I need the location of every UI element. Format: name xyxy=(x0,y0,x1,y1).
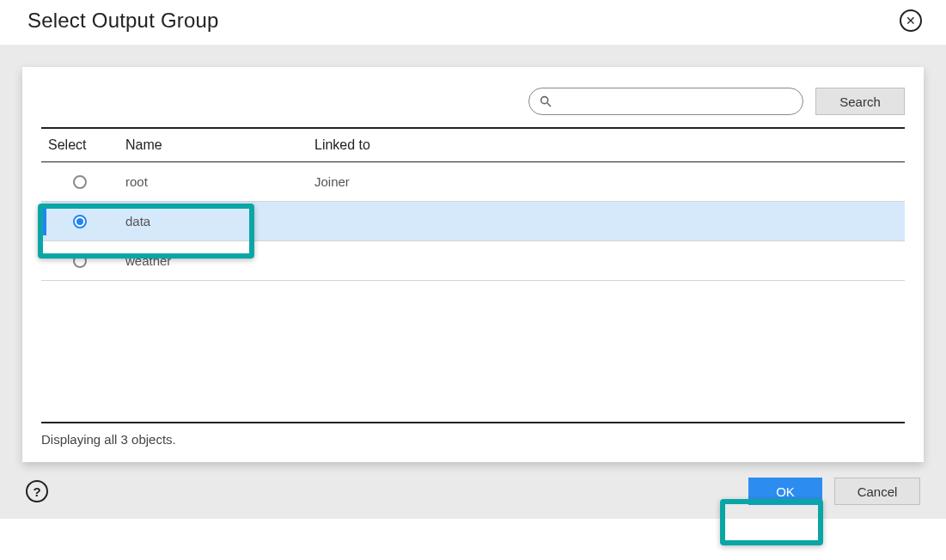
help-icon: ? xyxy=(33,484,40,499)
col-header-select: Select xyxy=(41,129,119,162)
cell-linked-to: Joiner xyxy=(308,162,905,202)
table-row[interactable]: data xyxy=(41,202,905,241)
select-radio[interactable] xyxy=(73,175,87,189)
cell-name: weather xyxy=(119,241,308,281)
search-input[interactable] xyxy=(528,88,803,115)
cell-linked-to xyxy=(308,241,905,281)
select-radio[interactable] xyxy=(73,254,87,268)
close-icon: ✕ xyxy=(906,15,916,27)
select-radio[interactable] xyxy=(73,215,87,228)
output-group-table: Select Name Linked to rootJoinerdataweat… xyxy=(41,129,905,281)
svg-line-1 xyxy=(547,103,551,107)
search-button[interactable]: Search xyxy=(815,88,905,115)
cell-name: root xyxy=(119,162,308,202)
dialog-title: Select Output Group xyxy=(27,9,219,33)
ok-button[interactable]: OK xyxy=(748,478,822,505)
cell-linked-to xyxy=(308,202,905,241)
cancel-button[interactable]: Cancel xyxy=(834,478,920,505)
help-button[interactable]: ? xyxy=(26,480,48,502)
table-row[interactable]: rootJoiner xyxy=(41,162,905,202)
search-icon xyxy=(539,94,552,108)
svg-point-0 xyxy=(541,97,548,104)
status-text: Displaying all 3 objects. xyxy=(41,422,905,447)
table-row[interactable]: weather xyxy=(41,241,905,281)
close-button[interactable]: ✕ xyxy=(900,9,922,32)
cell-name: data xyxy=(119,202,308,241)
col-header-linked-to: Linked to xyxy=(308,129,905,162)
col-header-name: Name xyxy=(119,129,308,162)
